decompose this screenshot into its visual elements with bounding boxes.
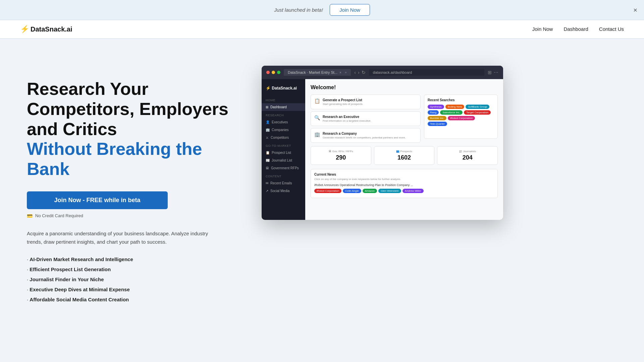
- tag-bumble[interactable]: Bumble Inc.: [428, 116, 446, 120]
- stat-gov-value: 290: [316, 154, 366, 161]
- action-card-executive[interactable]: 🔍 Research an Executive Find information…: [311, 111, 421, 126]
- navbar: ⚡ DataSnack.ai Join Now Dashboard Contac…: [0, 20, 644, 39]
- top-banner: Just launched in beta! Join Now ×: [0, 0, 644, 20]
- feature-item: Executive Deep Dives at Minimal Expense: [27, 285, 235, 295]
- stat-journalists: 📰 Journalists 204: [437, 146, 498, 165]
- browser-dot-green: [277, 71, 280, 74]
- stat-gov-label: 🏛 Gov. RFIs / RFPs: [316, 150, 366, 153]
- browser-dot-yellow: [272, 71, 275, 74]
- tags-row-2: Rang Salesforce Inc. Target Corporation: [428, 110, 494, 115]
- dashboard-sidebar: ⚡ DataSnack.ai Home ⊞ Dashboard Research…: [262, 79, 305, 220]
- forward-icon: ›: [358, 70, 360, 75]
- tag-irobot[interactable]: iRobot Corporation: [448, 116, 475, 120]
- action-card-company[interactable]: 🏢 Research a Company Generate research b…: [311, 128, 421, 143]
- prospect-list-icon: 📋: [266, 151, 270, 155]
- no-credit-card-notice: 💳 No Credit Card Required: [27, 213, 235, 219]
- banner-join-button[interactable]: Join Now: [330, 4, 370, 16]
- sidebar-item-social-media[interactable]: ↗ Social Media: [262, 187, 305, 195]
- hero-description: Acquire a panoramic understanding of you…: [27, 229, 221, 246]
- recent-searches-panel: Recent Searches Synthesis Boiling Nets S…: [424, 95, 498, 139]
- news-tag-andrew[interactable]: Andrew Miller: [402, 189, 423, 193]
- sidebar-item-journalist-list[interactable]: 📰 Journalist List: [262, 157, 305, 164]
- browser-nav-buttons: ‹ › ↻: [354, 70, 365, 75]
- browser-tab-close: ×: [339, 71, 341, 74]
- logo: ⚡ DataSnack.ai: [20, 25, 72, 34]
- prospect-list-action-icon: 📋: [314, 98, 320, 104]
- executives-icon: 👤: [266, 120, 270, 124]
- nav-link-dashboard[interactable]: Dashboard: [564, 26, 588, 32]
- sidebar-item-competitors[interactable]: ⚔ Competitors: [262, 134, 305, 141]
- tag-rang[interactable]: Rang: [428, 110, 439, 115]
- reload-icon: ↻: [362, 70, 366, 75]
- sidebar-item-dashboard[interactable]: ⊞ Dashboard: [262, 103, 305, 111]
- hero-subtitle: Without Breaking the Bank: [27, 139, 235, 179]
- banner-close-button[interactable]: ×: [633, 7, 637, 13]
- tag-target[interactable]: Target Corporation: [464, 110, 491, 115]
- news-subtitle: Click on any of the company or exec keyw…: [314, 178, 494, 181]
- news-tag-amazon[interactable]: Amazon: [363, 189, 377, 193]
- dashboard-logo: ⚡ DataSnack.ai: [262, 83, 305, 96]
- current-news-panel: Current News Click on any of the company…: [311, 169, 498, 198]
- dashboard-logo-icon: ⚡: [266, 86, 271, 90]
- tag-salesforce[interactable]: Salesforce Inc.: [440, 110, 463, 115]
- browser-action-icons: ⊞ ⋯: [488, 70, 498, 75]
- action-card-prospect[interactable]: 📋 Generate a Prospect List Start generat…: [311, 95, 421, 109]
- news-tag-irobot[interactable]: iRobot Corporation: [314, 189, 341, 193]
- tag-tele[interactable]: Tele-Quarter: [428, 122, 447, 126]
- action-desc-prospect: Start generating lists of prospects.: [323, 103, 363, 106]
- news-headline: iRobot Announces Operational Restructuri…: [314, 183, 494, 187]
- browser-new-tab: +: [345, 70, 347, 74]
- research-section-label: Research: [262, 111, 305, 118]
- browser-tab: DataSnack · Market Entry St... × +: [284, 69, 351, 76]
- browser-mockup: DataSnack · Market Entry St... × + ‹ › ↻…: [262, 66, 503, 220]
- dashboard-content: ⚡ DataSnack.ai Home ⊞ Dashboard Research…: [262, 79, 503, 220]
- tag-softbank[interactable]: SoftBank Group: [466, 105, 489, 109]
- action-title-executive: Research an Executive: [323, 115, 371, 119]
- action-title-company: Research a Company: [323, 132, 406, 135]
- browser-dots: [266, 71, 280, 74]
- stat-journalists-label: 📰 Journalists: [442, 150, 493, 153]
- browser-tab-label: DataSnack · Market Entry St...: [288, 70, 337, 74]
- sidebar-item-prospect-list[interactable]: 📋 Prospect List: [262, 149, 305, 157]
- tag-synthesis[interactable]: Synthesis: [428, 105, 444, 109]
- nav-link-join[interactable]: Join Now: [532, 26, 553, 32]
- news-tag-colin[interactable]: Colin Angle: [343, 189, 361, 193]
- browser-url-bar[interactable]: datasnack.ai/dashboard: [369, 69, 484, 76]
- back-icon: ‹: [354, 70, 356, 75]
- sidebar-item-recent-emails[interactable]: ✉ Recent Emails: [262, 179, 305, 187]
- actions-panel: 📋 Generate a Prospect List Start generat…: [311, 95, 421, 143]
- executive-action-icon: 🔍: [314, 115, 320, 120]
- tag-boiling-nets[interactable]: Boiling Nets: [445, 105, 465, 109]
- stat-journalists-value: 204: [442, 154, 493, 161]
- dashboard-main: Welcome! 📋 Generate a Prospect List: [305, 79, 503, 220]
- action-title-prospect: Generate a Prospect List: [323, 98, 363, 102]
- nav-links: Join Now Dashboard Contact Us: [532, 26, 624, 32]
- sidebar-item-companies[interactable]: 🏢 Companies: [262, 126, 305, 134]
- logo-icon: ⚡: [20, 25, 29, 34]
- features-list: AI-Driven Market Research and Intelligen…: [27, 254, 235, 305]
- sidebar-item-gov-rfps[interactable]: 🏛 Government RFPs: [262, 164, 305, 172]
- feature-item: Journalist Finder in Your Niche: [27, 275, 235, 285]
- gov-rfps-icon: 🏛: [266, 166, 269, 170]
- share-icon: ⊞: [488, 70, 492, 75]
- main-content: Research Your Competitors, Employers and…: [0, 39, 644, 325]
- tags-row-1: Synthesis Boiling Nets SoftBank Group: [428, 105, 494, 109]
- feature-item: Affordable Social Media Content Creation: [27, 295, 235, 305]
- journalist-list-icon: 📰: [266, 159, 270, 162]
- news-tag-glen[interactable]: Glen Weinstein: [378, 189, 401, 193]
- company-action-icon: 🏢: [314, 132, 320, 137]
- news-title: Current News: [314, 173, 494, 176]
- gov-rfps-stat-icon: 🏛: [329, 150, 332, 153]
- nav-link-contact[interactable]: Contact Us: [599, 26, 624, 32]
- social-media-icon: ↗: [266, 189, 268, 193]
- action-desc-executive: Find information on a targeted executive…: [323, 119, 371, 122]
- stat-prospects: 👥 Prospects 1602: [374, 146, 435, 165]
- recent-searches-title: Recent Searches: [428, 98, 494, 102]
- competitors-icon: ⚔: [266, 136, 269, 139]
- more-icon: ⋯: [494, 70, 498, 75]
- left-section: Research Your Competitors, Employers and…: [27, 66, 235, 305]
- cta-join-button[interactable]: Join Now - FREE while in beta: [27, 191, 168, 209]
- sidebar-item-executives[interactable]: 👤 Executives: [262, 118, 305, 126]
- stat-prospects-label: 👥 Prospects: [379, 150, 430, 153]
- logo-text: DataSnack.ai: [31, 25, 72, 33]
